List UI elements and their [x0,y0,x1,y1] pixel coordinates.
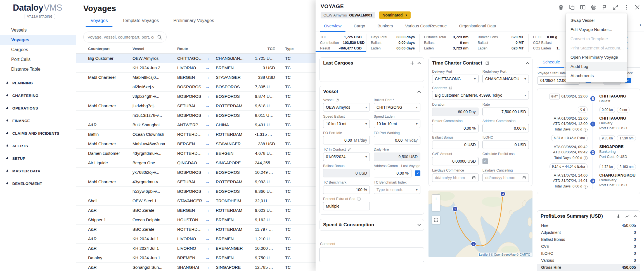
voyage-search[interactable] [83,32,167,42]
main-tab[interactable]: Template Voyages [115,15,166,27]
schedule-port-call[interactable]: ATA 31/07/24, 14:00 ATD 31/07/24, 14:01 … [539,171,638,191]
delivery-port-select[interactable]: CHITTAGONG [432,75,479,83]
external-link-icon[interactable] [335,98,339,102]
edit-icon[interactable] [347,148,351,151]
sidebar-item[interactable]: Vessels [0,25,76,35]
expand-button[interactable] [612,4,619,11]
panel-tab[interactable]: Cargo [348,21,371,32]
kpi-card[interactable]: Distance Total3,723 nm Ballast0 nm Laden… [420,34,473,52]
sidebar-section[interactable]: PLANNING [0,77,76,89]
info-icon[interactable]: i [357,197,361,201]
fo-port-working-input[interactable]: MT/day [374,136,420,144]
address-commission-input[interactable] [482,124,529,132]
kpi-card[interactable]: TCE1,725 USD Contribution103,530 USD Res… [316,34,366,52]
tabs-overflow-chevron-icon[interactable]: › [639,21,641,28]
fo-port-idle-input[interactable]: MT/day [323,136,370,144]
main-tab[interactable]: Preliminary Voyages [166,15,221,27]
delete-button[interactable] [558,4,564,11]
ballast-bonus-input[interactable] [323,169,370,177]
vessel-select[interactable]: OEW Almyros [323,103,370,111]
info-icon[interactable]: i [584,156,588,160]
column-header-vessel[interactable]: Vessel [132,47,177,51]
cve-amount-input[interactable] [432,157,479,165]
column-header-tce[interactable]: TCE [255,47,277,51]
route-map[interactable]: 1 2 3 + − [428,191,532,257]
column-header-route[interactable]: Route [177,47,205,51]
print-button[interactable] [590,4,597,11]
calendar-icon[interactable] [522,175,526,180]
sidebar-section[interactable]: DEVELOPMENT [0,177,76,190]
main-tab[interactable]: Voyages [83,15,115,27]
collapse-chevron-icon[interactable] [417,91,421,94]
collapse-chevron-icon[interactable] [417,62,421,66]
tc-in-contract-select[interactable]: 01/05/2024 [323,153,370,161]
panel-tab[interactable]: Various Cost/Revenue [399,21,453,32]
broker-commission-input[interactable] [432,124,479,132]
last-voyage-checkbox[interactable] [415,170,420,176]
zoom-in-button[interactable]: + [432,195,440,203]
sidebar-section[interactable]: SETUP [0,152,76,165]
close-button[interactable] [634,4,641,11]
zoom-out-button[interactable]: − [432,203,440,211]
line-chart-icon[interactable] [625,214,630,219]
more-button[interactable] [623,4,630,11]
menu-item[interactable]: Print Statement of Account... [566,43,627,53]
sidebar-item[interactable]: Distance Table [0,64,76,74]
daily-hire-input[interactable] [374,153,420,161]
menu-item[interactable]: Swap Vessel [566,16,627,25]
panel-tab[interactable]: Organisational Data [453,21,502,32]
external-link-icon[interactable] [449,86,453,90]
panel-tab[interactable]: Bunkers [371,21,399,32]
voyage-status-select[interactable]: Nominated [379,11,410,19]
search-input[interactable] [87,35,154,39]
kpi-card[interactable]: Bunker Cons.620 MT Ballast0 MT Laden620 … [473,34,529,52]
leaflet-link[interactable]: Leaflet [479,253,488,256]
add-cargo-button[interactable] [409,60,415,66]
charterer-select[interactable]: Big Customer, Charterer, 45999, Tokyo [432,91,529,99]
map-marker[interactable]: 2 [471,241,476,246]
panel-tab[interactable]: Overview [318,21,348,32]
tc-benchmark-index-select[interactable]: Type to search. [374,186,420,194]
column-header-counterpart[interactable]: Counterpart [88,47,132,51]
tc-benchmark-input[interactable] [323,186,370,194]
schedule-port-call[interactable]: ATA 08/06/24, 09:42 ATD 08/06/24, 09:42 … [539,143,638,162]
map-marker[interactable]: 3 [500,191,505,196]
compare-button[interactable] [579,4,586,11]
sidebar-section[interactable]: CLAIMS AND INCIDENTS [0,127,76,140]
collapse-chevron-icon[interactable] [526,62,529,66]
sidebar-section[interactable]: MASTER DATA [0,165,76,177]
ballast-port-select[interactable]: CHITTAGONG [374,103,420,111]
sidebar-item[interactable]: Port Calls [0,54,76,64]
sidebar-section[interactable]: OPERATIONS [0,102,76,115]
collapse-chevron-icon[interactable] [633,215,637,219]
menu-item[interactable]: Attachments [566,71,627,80]
rate-input[interactable] [482,108,529,116]
calendar-icon[interactable] [472,175,476,180]
kpi-card[interactable]: Days Total60.00 days Ballast0.00 days La… [366,34,420,52]
laydays-cancelling-input[interactable] [482,173,529,182]
laydays-commence-input[interactable] [432,173,479,182]
percent-extra-input[interactable] [323,202,370,210]
external-link-icon[interactable] [485,61,489,65]
comment-textarea[interactable] [319,248,424,262]
redelivery-port-select[interactable]: CHANGJIANGKOU [482,75,529,83]
expand-chevron-icon[interactable] [417,222,421,226]
duration-input[interactable] [432,108,479,116]
flag-button[interactable] [601,4,608,11]
sidebar-section[interactable]: FINANCE [0,115,76,127]
schedule-start-entry[interactable]: GMT01/06/24, 12:00 B CHITTAGONG Ballast [539,92,638,105]
sidebar-section[interactable]: CHARTERING [0,89,76,102]
copy-button[interactable] [569,4,575,11]
menu-item[interactable]: Audit Log [566,62,627,71]
menu-item[interactable]: Open Preliminary Voyage [566,53,627,62]
tcc-ballast-bonus-input[interactable] [432,141,479,149]
info-icon[interactable]: i [584,185,588,189]
fullscreen-button[interactable] [432,216,440,224]
calculate-profit-loss-checkbox[interactable] [482,158,488,164]
speed-laden-select[interactable]: 10 kn 10 mt [374,120,420,128]
sidebar-item[interactable]: Voyages [0,35,76,45]
sidebar-section[interactable]: ALERTS [0,140,76,152]
address-comm-input[interactable] [374,169,411,177]
speed-ballast-select[interactable]: 10 kn 10 mt [323,120,370,128]
bar-chart-icon[interactable] [616,214,621,219]
